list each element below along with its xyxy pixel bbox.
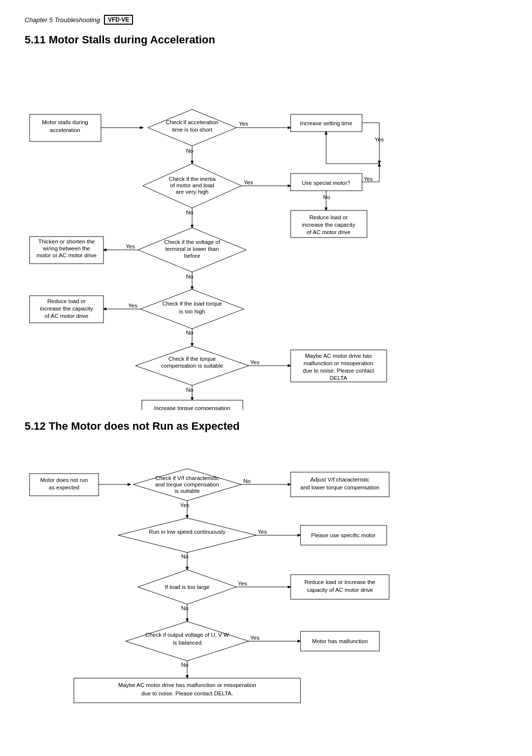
svg-text:of motor and load: of motor and load bbox=[170, 182, 214, 188]
svg-text:Adjust V/f characteristic: Adjust V/f characteristic bbox=[310, 477, 369, 482]
svg-text:are very high: are very high bbox=[176, 189, 208, 195]
node-start-511: Motor stalls during bbox=[42, 119, 88, 125]
svg-text:If load is too large: If load is too large bbox=[165, 584, 210, 590]
svg-text:Run in low speed continuously: Run in low speed continuously bbox=[149, 529, 226, 535]
svg-text:Check if the load torque: Check if the load torque bbox=[162, 301, 222, 307]
svg-text:of AC motor drive: of AC motor drive bbox=[45, 313, 89, 319]
svg-text:Maybe AC motor drive has malfu: Maybe AC motor drive has malfunction or … bbox=[118, 682, 256, 688]
svg-text:due to noise. Please contact: due to noise. Please contact bbox=[303, 368, 374, 374]
svg-text:capacity of AC motor drive: capacity of AC motor drive bbox=[307, 587, 373, 593]
page-header: Chapter 5 Troubleshooting VFD·VE bbox=[25, 15, 507, 25]
svg-text:time is too short: time is too short bbox=[172, 127, 212, 133]
svg-text:No: No bbox=[323, 194, 331, 200]
svg-text:Check if the voltage of: Check if the voltage of bbox=[164, 239, 221, 245]
svg-text:Yes: Yes bbox=[126, 243, 135, 249]
svg-text:Motor  has malfunction: Motor has malfunction bbox=[312, 638, 367, 644]
svg-text:Yes: Yes bbox=[180, 502, 190, 508]
svg-text:Check if acceleration: Check if acceleration bbox=[166, 119, 219, 125]
svg-text:of AC motor drive: of AC motor drive bbox=[307, 229, 351, 235]
flowchart-512: Motor does not run as expected Check if … bbox=[25, 442, 507, 756]
svg-text:wiring between the: wiring between the bbox=[42, 245, 90, 251]
svg-text:is too high: is too high bbox=[179, 309, 205, 314]
svg-text:malfunction or misoperation: malfunction or misoperation bbox=[303, 360, 373, 366]
svg-text:No: No bbox=[243, 478, 251, 484]
svg-text:Check if the inertia: Check if the inertia bbox=[168, 176, 216, 182]
svg-text:DELTA: DELTA bbox=[330, 375, 347, 381]
section-511-title: 5.11 Motor Stalls during Acceleration bbox=[25, 34, 507, 46]
svg-marker-88 bbox=[118, 518, 256, 552]
svg-text:is balanced: is balanced bbox=[173, 640, 201, 646]
svg-text:Check if V/f characteristic: Check if V/f characteristic bbox=[155, 475, 219, 481]
svg-text:and torque compensation: and torque compensation bbox=[155, 481, 219, 487]
svg-text:Use special motor?: Use special motor? bbox=[302, 180, 350, 186]
flowchart-511: Motor stalls during acceleration Check i… bbox=[25, 55, 507, 410]
svg-text:before: before bbox=[184, 253, 200, 259]
svg-text:Yes: Yes bbox=[250, 359, 260, 365]
svg-text:Yes: Yes bbox=[238, 581, 247, 586]
svg-text:Increase setting time: Increase setting time bbox=[300, 120, 352, 126]
svg-text:Yes: Yes bbox=[239, 121, 248, 127]
svg-text:Please use specific motor: Please use specific motor bbox=[311, 532, 375, 538]
svg-text:Check if output voltage of U, : Check if output voltage of U, V W bbox=[145, 632, 229, 638]
svg-text:Check if the torque: Check if the torque bbox=[168, 356, 216, 362]
svg-text:acceleration: acceleration bbox=[50, 127, 80, 133]
svg-text:due to noise. Please contact D: due to noise. Please contact DELTA. bbox=[141, 690, 233, 696]
svg-text:increase the capacity: increase the capacity bbox=[302, 222, 355, 228]
svg-text:Thicken or shorten the: Thicken or shorten the bbox=[38, 239, 95, 244]
svg-text:Yes: Yes bbox=[128, 303, 137, 309]
svg-text:Yes: Yes bbox=[258, 529, 267, 535]
svg-text:Reduce load or: Reduce load or bbox=[47, 298, 86, 304]
section-512-title: 5.12 The Motor does not Run as Expected bbox=[25, 420, 507, 433]
svg-text:compensation is suitable: compensation is suitable bbox=[161, 363, 223, 369]
svg-text:motor or AC motor drive: motor or AC motor drive bbox=[36, 252, 97, 258]
svg-text:Yes: Yes bbox=[244, 179, 253, 185]
svg-text:Reduce load or increase the: Reduce load or increase the bbox=[304, 579, 375, 585]
svg-text:Increase torque compensation: Increase torque compensation bbox=[154, 405, 231, 410]
svg-text:is suitable: is suitable bbox=[174, 488, 200, 494]
logo: VFD·VE bbox=[104, 15, 133, 25]
svg-text:increase the capacity: increase the capacity bbox=[40, 306, 93, 311]
svg-text:as expected: as expected bbox=[49, 484, 79, 490]
svg-text:and lower torque compensation: and lower torque compensation bbox=[300, 484, 379, 490]
svg-text:Maybe AC motor drive has: Maybe AC motor drive has bbox=[305, 353, 372, 359]
svg-text:Motor does not run: Motor does not run bbox=[40, 477, 88, 483]
svg-text:Yes: Yes bbox=[250, 635, 260, 641]
chapter-label: Chapter 5 Troubleshooting bbox=[25, 16, 100, 24]
svg-text:Yes: Yes bbox=[364, 176, 373, 182]
svg-text:terminal is lower than: terminal is lower than bbox=[166, 246, 219, 252]
svg-text:Reduce load or: Reduce load or bbox=[309, 214, 348, 220]
